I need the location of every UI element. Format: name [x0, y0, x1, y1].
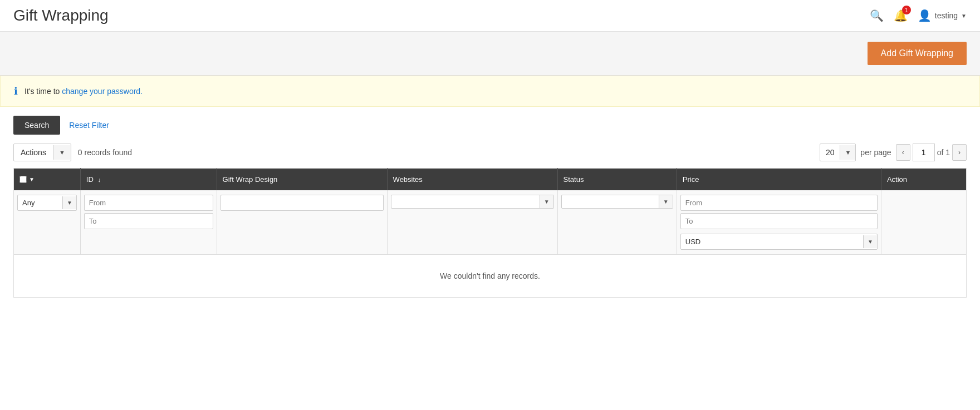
- empty-row: We couldn't find any records.: [14, 255, 967, 298]
- filter-websites-cell: ▼: [387, 190, 557, 255]
- info-icon: ℹ: [14, 85, 18, 97]
- page-nav: ‹ of 1 ›: [896, 144, 967, 161]
- filter-gift-wrap-cell: [217, 190, 387, 255]
- page-title: Gift Wrapping: [13, 7, 109, 24]
- per-page-select[interactable]: 20 ▼: [820, 144, 856, 161]
- filter-id-cell: [80, 190, 217, 255]
- prev-page-button[interactable]: ‹: [896, 144, 910, 161]
- actions-row: Actions ▼ 0 records found 20 ▼ per page …: [0, 139, 980, 168]
- top-header: Gift Wrapping 🔍 🔔 1 👤 testing ▼: [0, 0, 980, 32]
- actions-right: 20 ▼ per page ‹ of 1 ›: [820, 144, 967, 161]
- id-from-input[interactable]: [84, 195, 213, 211]
- th-action: Action: [881, 169, 966, 191]
- filter-action-cell: [881, 190, 966, 255]
- info-banner: ℹ It's time to change your password.: [0, 76, 980, 107]
- filter-price-cell: USD ▼: [677, 190, 881, 255]
- select-all-checkbox[interactable]: [19, 176, 27, 183]
- checkbox-dropdown-arrow[interactable]: ▼: [29, 176, 35, 182]
- any-select-arrow[interactable]: ▼: [62, 196, 76, 209]
- filter-status-cell: ▼: [557, 190, 677, 255]
- price-to-input[interactable]: [680, 213, 878, 229]
- actions-dropdown-arrow[interactable]: ▼: [53, 145, 71, 160]
- currency-value: USD: [681, 234, 863, 249]
- records-found: 0 records found: [78, 148, 132, 157]
- any-select[interactable]: Any ▼: [17, 195, 77, 211]
- th-websites[interactable]: Websites: [387, 169, 557, 191]
- change-password-link[interactable]: change your password.: [62, 87, 143, 96]
- bell-wrapper[interactable]: 🔔 1: [894, 9, 908, 22]
- table-wrapper: ▼ ID ↓ Gift Wrap Design Websites Status …: [0, 168, 980, 298]
- filter-row: Any ▼ ▼: [14, 190, 967, 255]
- websites-select[interactable]: ▼: [391, 195, 554, 209]
- search-bar: Search Reset Filter: [0, 107, 980, 139]
- per-page-label: per page: [860, 148, 891, 157]
- toolbar-strip: Add Gift Wrapping: [0, 32, 980, 76]
- per-page-value: 20: [820, 144, 840, 161]
- per-page-arrow[interactable]: ▼: [840, 145, 855, 160]
- th-id[interactable]: ID ↓: [80, 169, 217, 191]
- gift-wrapping-table: ▼ ID ↓ Gift Wrap Design Websites Status …: [13, 168, 967, 298]
- actions-left: Actions ▼ 0 records found: [13, 144, 132, 161]
- page-number-input[interactable]: [913, 144, 935, 161]
- search-button[interactable]: Search: [13, 116, 60, 135]
- currency-select[interactable]: USD ▼: [680, 234, 878, 250]
- header-right: 🔍 🔔 1 👤 testing ▼: [870, 9, 967, 22]
- any-select-value: Any: [18, 195, 62, 210]
- user-menu[interactable]: 👤 testing ▼: [918, 9, 967, 22]
- page-of: of 1: [937, 148, 950, 157]
- websites-select-arrow[interactable]: ▼: [540, 195, 553, 208]
- status-select[interactable]: ▼: [561, 195, 673, 209]
- websites-select-value: [391, 199, 540, 205]
- empty-message: We couldn't find any records.: [14, 255, 967, 298]
- id-sort-arrow: ↓: [97, 176, 101, 183]
- user-name: testing: [935, 11, 958, 20]
- price-from-input[interactable]: [680, 195, 878, 211]
- actions-label: Actions: [14, 144, 53, 161]
- actions-dropdown[interactable]: Actions ▼: [13, 144, 71, 161]
- status-select-value: [562, 199, 659, 205]
- gift-wrap-design-input[interactable]: [220, 195, 384, 211]
- table-header-row: ▼ ID ↓ Gift Wrap Design Websites Status …: [14, 169, 967, 191]
- th-price[interactable]: Price: [677, 169, 881, 191]
- th-gift-wrap-design[interactable]: Gift Wrap Design: [217, 169, 387, 191]
- next-page-button[interactable]: ›: [952, 144, 967, 161]
- currency-arrow[interactable]: ▼: [863, 235, 877, 248]
- user-icon: 👤: [918, 9, 932, 22]
- status-select-arrow[interactable]: ▼: [659, 195, 673, 208]
- chevron-down-icon: ▼: [961, 13, 967, 19]
- filter-checkbox-cell: Any ▼: [14, 190, 81, 255]
- notification-badge: 1: [902, 6, 911, 14]
- th-checkbox: ▼: [14, 169, 81, 191]
- search-icon[interactable]: 🔍: [870, 9, 884, 22]
- reset-filter-link[interactable]: Reset Filter: [69, 121, 109, 130]
- info-text: It's time to change your password.: [24, 87, 143, 96]
- th-status[interactable]: Status: [557, 169, 677, 191]
- id-to-input[interactable]: [84, 213, 213, 229]
- add-gift-wrapping-button[interactable]: Add Gift Wrapping: [868, 42, 967, 65]
